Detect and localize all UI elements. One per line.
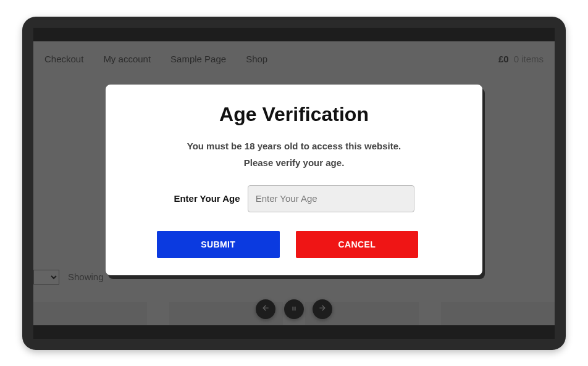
modal-buttons: SUBMIT CANCEL — [135, 231, 453, 258]
submit-button[interactable]: SUBMIT — [157, 231, 280, 258]
modal-title: Age Verification — [135, 103, 453, 126]
age-input-label: Enter Your Age — [174, 193, 240, 204]
screen: Checkout My account Sample Page Shop £0 … — [33, 28, 555, 339]
age-input[interactable] — [248, 185, 414, 212]
modal-message-line-1: You must be 18 years old to access this … — [135, 141, 453, 151]
age-input-row: Enter Your Age — [135, 185, 453, 212]
modal-message-line-2: Please verify your age. — [135, 157, 453, 168]
cancel-button[interactable]: CANCEL — [296, 231, 419, 258]
device-frame: Checkout My account Sample Page Shop £0 … — [22, 17, 566, 350]
age-verification-modal: Age Verification You must be 18 years ol… — [106, 85, 482, 275]
